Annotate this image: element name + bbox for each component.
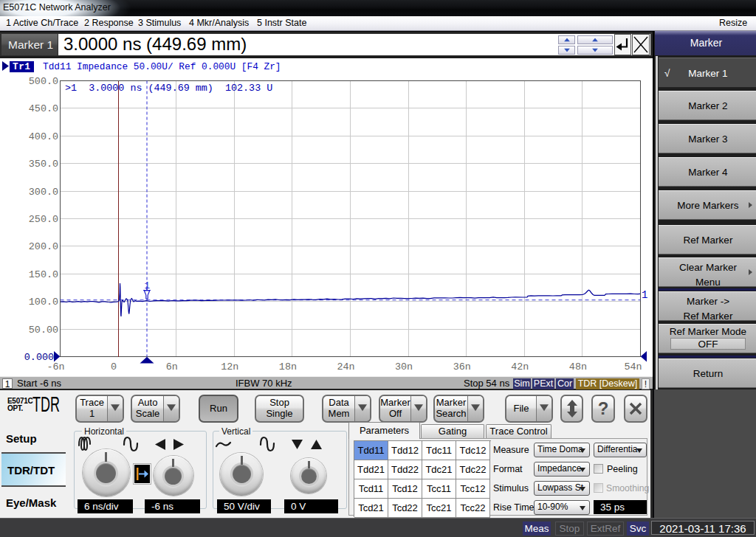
svg-text:1: 1 [145, 281, 151, 291]
svg-text:0: 0 [111, 361, 117, 373]
svg-text:6n: 6n [166, 361, 178, 373]
svg-text:500.0: 500.0 [29, 76, 58, 87]
svg-text:24n: 24n [337, 361, 354, 373]
svg-text:350.0: 350.0 [29, 159, 58, 170]
svg-text:>1 3.0000 ns (449.69 mm) 102: >1 3.0000 ns (449.69 mm) 102.33 U [65, 83, 272, 94]
svg-text:30n: 30n [395, 361, 413, 373]
svg-text:200.0: 200.0 [29, 241, 58, 252]
svg-text:50.00: 50.00 [29, 325, 58, 336]
svg-text:42n: 42n [511, 361, 529, 373]
svg-text:48n: 48n [569, 361, 587, 373]
svg-text:400.0: 400.0 [29, 131, 58, 142]
svg-text:54n: 54n [624, 361, 642, 373]
svg-text:18n: 18n [279, 361, 297, 373]
svg-text:100.0: 100.0 [29, 297, 58, 308]
svg-text:300.0: 300.0 [29, 187, 58, 198]
svg-text:1: 1 [642, 289, 647, 301]
svg-text:250.0: 250.0 [29, 214, 58, 225]
svg-text:-6n: -6n [47, 361, 64, 373]
svg-text:450.0: 450.0 [29, 103, 58, 114]
svg-text:36n: 36n [453, 361, 471, 373]
svg-text:150.0: 150.0 [29, 269, 58, 280]
svg-text:12n: 12n [221, 361, 238, 373]
